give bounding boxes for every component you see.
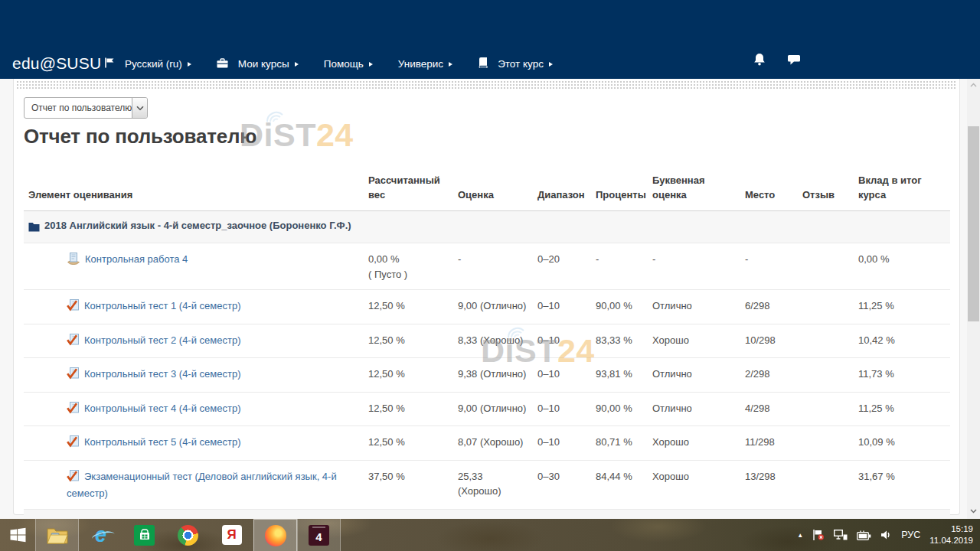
nav-my-courses-menu[interactable]: Мои курсы xyxy=(217,58,299,70)
grade-cell: 8,33 (Хорошо) xyxy=(458,324,537,358)
grade-item-cell: Контрольный тест 4 (4-й семестр) xyxy=(24,392,368,426)
folder-explorer-icon xyxy=(47,527,68,544)
grade-item-link[interactable]: Контрольный тест 4 (4-й семестр) xyxy=(84,403,240,414)
language-indicator[interactable]: РУС xyxy=(901,530,920,540)
grade-cell: 0–30 xyxy=(537,460,596,509)
quiz-icon xyxy=(67,470,80,487)
column-header: Оценка xyxy=(458,174,537,210)
chevron-right-icon xyxy=(449,62,452,67)
site-logo[interactable]: edu@SUSU xyxy=(12,54,101,73)
table-row: Контрольный тест 5 (4-й семестр)12,50 %8… xyxy=(24,426,950,461)
nav-univeris-menu[interactable]: Универис xyxy=(398,58,452,70)
nav-item-label: Русский (ru) xyxy=(125,58,182,70)
quiz-icon xyxy=(67,402,80,419)
grade-item-link[interactable]: Экзаменационный тест (Деловой английский… xyxy=(67,471,337,500)
scroll-down-arrow[interactable] xyxy=(967,505,980,517)
grade-cell: 9,00 (Отлично) xyxy=(458,290,537,324)
table-row: Контрольная работа 40,00 %( Пусто )-0–20… xyxy=(24,243,950,290)
grade-item-link[interactable]: Контрольный тест 5 (4-й семестр) xyxy=(84,436,240,448)
grade-cell: 13/298 xyxy=(745,460,802,509)
grade-cell: 37,50 % xyxy=(368,460,458,509)
grade-cell: 10,42 % xyxy=(858,324,950,358)
grade-cell: 0–10 xyxy=(537,392,596,426)
grade-report-table-wrap: Элемент оцениванияРассчитанный весОценка… xyxy=(24,174,950,551)
grade-item-link[interactable]: Контрольный тест 1 (4-й семестр) xyxy=(84,300,240,311)
page-title: Отчет по пользователю xyxy=(24,125,256,148)
quiz-icon xyxy=(67,299,80,316)
grade-cell: 2/298 xyxy=(745,358,802,393)
action-center-flag-icon[interactable] xyxy=(812,529,825,541)
vertical-scrollbar[interactable] xyxy=(967,79,980,519)
scroll-up-arrow[interactable] xyxy=(967,79,980,91)
grade-cell: 93,81 % xyxy=(596,358,652,393)
briefcase-icon xyxy=(217,58,228,70)
tray-expand-arrow[interactable]: ▲ xyxy=(797,532,803,539)
nav-item-label: Универис xyxy=(398,58,443,70)
grade-item-link[interactable]: Контрольный тест 3 (4-й семестр) xyxy=(84,368,240,380)
windows-logo-icon xyxy=(8,526,28,544)
taskbar-internet-explorer-icon[interactable]: e xyxy=(79,519,122,551)
grade-cell: 90,00 % xyxy=(596,392,652,426)
yandex-logo: Я xyxy=(222,525,242,545)
grade-cell: 31,67 % xyxy=(858,460,950,509)
grade-cell: 10,09 % xyxy=(858,426,950,461)
grade-cell: 0,00 %( Пусто ) xyxy=(368,243,458,290)
grade-cell: 9,38 (Отлично) xyxy=(458,358,537,393)
scrollbar-thumb[interactable] xyxy=(968,126,979,321)
clock[interactable]: 15:19 11.04.2019 xyxy=(929,523,973,546)
quiz-icon xyxy=(67,367,80,384)
grade-cell: 84,44 % xyxy=(596,460,652,509)
taskbar-chrome-icon[interactable] xyxy=(166,519,210,551)
column-header: Отзыв xyxy=(802,174,858,210)
report-type-select[interactable]: Отчет по пользователю xyxy=(24,97,148,119)
volume-icon[interactable] xyxy=(880,530,892,540)
grade-item-link[interactable]: Контрольная работа 4 xyxy=(85,253,188,265)
column-header: Рассчитанный вес xyxy=(368,174,458,210)
messages-bubble-icon[interactable] xyxy=(787,54,801,69)
category-name: 2018 Английский язык - 4-й семестр_заочн… xyxy=(44,220,351,231)
table-row: Экзаменационный тест (Деловой английский… xyxy=(24,460,950,509)
taskbar-firefox-icon[interactable] xyxy=(253,519,297,551)
nav-item-label: Мои курсы xyxy=(238,58,289,70)
grade-item-cell: Контрольная работа 4 xyxy=(24,243,368,290)
table-row: Контрольный тест 4 (4-й семестр)12,50 %9… xyxy=(24,392,950,426)
nav-item-label: Помощь xyxy=(324,58,364,70)
nav-this-course-menu[interactable]: Этот курс xyxy=(478,57,553,70)
flag-icon xyxy=(104,57,115,70)
grade-cell: 0–10 xyxy=(537,290,596,324)
nav-language-menu[interactable]: Русский (ru) xyxy=(104,57,191,70)
taskbar-windows-store-icon[interactable] xyxy=(122,519,166,551)
grade-cell: - xyxy=(596,243,652,290)
nav-item-label: Этот курс xyxy=(498,58,544,70)
table-row: Контрольный тест 1 (4-й семестр)12,50 %9… xyxy=(24,290,950,324)
firefox-logo-icon xyxy=(265,525,286,546)
main-nav: Русский (ru) Мои курсы Помощь Универис Э… xyxy=(104,57,553,70)
folder-icon xyxy=(28,221,40,236)
column-header: Место xyxy=(745,174,802,210)
taskbar-4game-icon[interactable]: 4 xyxy=(297,519,341,551)
battery-icon[interactable] xyxy=(857,530,871,540)
grade-cell xyxy=(802,324,858,358)
column-header: Диапазон xyxy=(537,174,596,210)
taskbar-yandex-browser-icon[interactable]: Я xyxy=(210,519,253,551)
grade-cell: 6/298 xyxy=(745,290,802,324)
grade-cell: 90,00 % xyxy=(596,290,652,324)
start-button[interactable] xyxy=(0,519,35,551)
table-row: Контрольный тест 2 (4-й семестр)12,50 %8… xyxy=(24,324,950,358)
notifications-bell-icon[interactable] xyxy=(753,53,766,69)
clock-time: 15:19 xyxy=(929,523,973,535)
chevron-right-icon xyxy=(295,62,299,67)
network-icon[interactable] xyxy=(834,530,848,540)
quiz-icon xyxy=(67,435,80,452)
category-cell: 2018 Английский язык - 4-й семестр_заочн… xyxy=(24,210,950,243)
clock-date: 11.04.2019 xyxy=(929,535,973,546)
dotted-texture xyxy=(16,80,957,90)
quiz-icon xyxy=(67,334,80,350)
taskbar-file-explorer-icon[interactable] xyxy=(35,519,79,551)
grade-item-cell: Контрольный тест 2 (4-й семестр) xyxy=(24,324,368,358)
grade-report-table: Элемент оцениванияРассчитанный весОценка… xyxy=(24,174,950,551)
grade-cell: - xyxy=(652,243,745,290)
grade-item-link[interactable]: Контрольный тест 2 (4-й семестр) xyxy=(84,334,240,346)
nav-help-menu[interactable]: Помощь xyxy=(324,58,373,70)
grade-cell: 11,25 % xyxy=(858,290,950,324)
